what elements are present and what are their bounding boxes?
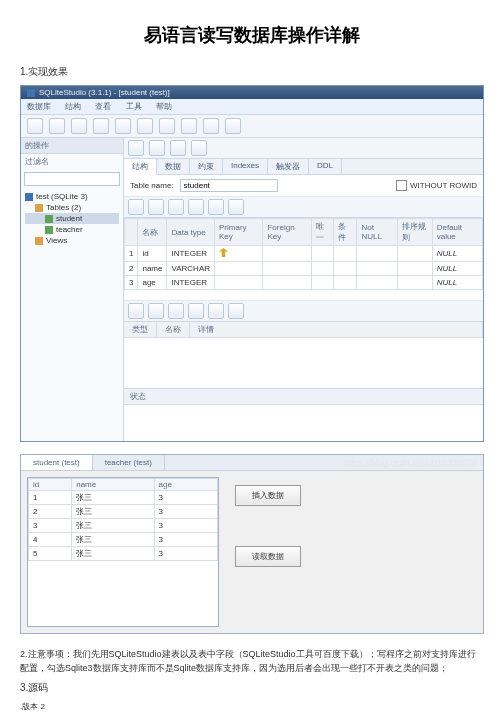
toolbar-button[interactable] <box>188 199 204 215</box>
primary-key-icon <box>219 248 228 257</box>
side-header: 的操作 <box>21 138 123 154</box>
toolbar-button[interactable] <box>148 199 164 215</box>
data-row[interactable]: 3张三3 <box>29 519 218 533</box>
sqlitestudio-window: SQLiteStudio (3.1.1) - [student (test)] … <box>20 85 484 442</box>
toolbar-button[interactable] <box>93 118 109 134</box>
tab-indexes[interactable]: Indexes <box>223 159 268 174</box>
database-icon <box>25 193 33 201</box>
toolbar-button[interactable] <box>128 140 144 156</box>
data-header: id name age <box>29 479 218 491</box>
watermark: https://blog.csdn.net/u010378579 <box>344 458 477 468</box>
tree-table-teacher[interactable]: teacher <box>25 224 119 235</box>
menubar[interactable]: 数据库 结构 查看 工具 帮助 <box>21 99 483 115</box>
tab-ddl[interactable]: DDL <box>309 159 342 174</box>
constraints-toolbar <box>124 300 483 322</box>
section-2-text: 2.注意事项：我们先用SQLiteStudio建表以及表中字段（SQLiteSt… <box>20 648 484 675</box>
app-icon <box>27 89 35 97</box>
toolbar-button[interactable] <box>27 118 43 134</box>
menu-view[interactable]: 查看 <box>95 102 111 111</box>
data-row[interactable]: 5张三3 <box>29 547 218 561</box>
toolbar-button[interactable] <box>149 140 165 156</box>
menu-database[interactable]: 数据库 <box>27 102 51 111</box>
toolbar-button[interactable] <box>188 303 204 319</box>
filter-label: 过滤名 <box>21 154 123 169</box>
toolbar-button[interactable] <box>137 118 153 134</box>
page-title: 易语言读写数据库操作详解 <box>20 23 484 47</box>
titlebar: SQLiteStudio (3.1.1) - [student (test)] <box>21 86 483 99</box>
result-tab-teacher[interactable]: teacher (test) <box>93 455 165 470</box>
col-hdr-fk: Foreign Key <box>263 219 311 246</box>
columns-header-row: 名称 Data type Primary Key Foreign Key 唯一 … <box>125 219 483 246</box>
toolbar-button[interactable] <box>191 140 207 156</box>
col-hdr-pk: Primary Key <box>215 219 263 246</box>
columns-toolbar <box>124 196 483 218</box>
data-row[interactable]: 4张三3 <box>29 533 218 547</box>
menu-structure[interactable]: 结构 <box>65 102 81 111</box>
toolbar-button[interactable] <box>170 140 186 156</box>
column-row[interactable]: 1 id INTEGER NULL <box>125 246 483 262</box>
column-row[interactable]: 3 age INTEGER NULL <box>125 276 483 290</box>
table-icon <box>45 215 53 223</box>
tablename-label: Table name: <box>130 181 174 190</box>
tab-data[interactable]: 数据 <box>157 159 190 174</box>
data-grid: id name age 1张三3 2张三3 3张三3 4张三3 5张三3 <box>27 477 219 627</box>
col-hdr-check: 条件 <box>334 219 357 246</box>
side-panel: 的操作 过滤名 test (SQLite 3) Tables (2) stude… <box>21 138 124 441</box>
toolbar-button[interactable] <box>71 118 87 134</box>
main-toolbar <box>21 115 483 138</box>
table-name-row: Table name: WITHOUT ROWID <box>124 175 483 196</box>
tablename-input[interactable] <box>180 179 278 192</box>
tab-structure[interactable]: 结构 <box>124 159 157 175</box>
toolbar-button[interactable] <box>168 303 184 319</box>
folder-icon <box>35 204 43 212</box>
code-line: .版本 2 <box>20 701 484 712</box>
result-tab-student[interactable]: student (test) <box>21 455 93 470</box>
toolbar-button[interactable] <box>168 199 184 215</box>
tree-views[interactable]: Views <box>25 235 119 246</box>
toolbar-button[interactable] <box>181 118 197 134</box>
status-area <box>124 404 483 441</box>
constraints-empty-area <box>124 338 483 388</box>
tree-table-student[interactable]: student <box>25 213 119 224</box>
data-row[interactable]: 1张三3 <box>29 491 218 505</box>
read-button[interactable]: 读取数据 <box>235 546 301 567</box>
without-rowid-checkbox[interactable] <box>396 180 407 191</box>
toolbar-button[interactable] <box>128 199 144 215</box>
toolbar-button[interactable] <box>203 118 219 134</box>
window-title: SQLiteStudio (3.1.1) - [student (test)] <box>39 88 170 97</box>
toolbar-button[interactable] <box>225 118 241 134</box>
toolbar-button[interactable] <box>228 303 244 319</box>
toolbar-button[interactable] <box>159 118 175 134</box>
toolbar-button[interactable] <box>208 303 224 319</box>
editor-tabs: 结构 数据 约束 Indexes 触发器 DDL <box>124 159 483 175</box>
toolbar-button[interactable] <box>148 303 164 319</box>
tree-db[interactable]: test (SQLite 3) <box>25 191 119 202</box>
without-rowid-label: WITHOUT ROWID <box>410 181 477 190</box>
toolbar-button[interactable] <box>228 199 244 215</box>
columns-table: 名称 Data type Primary Key Foreign Key 唯一 … <box>124 218 483 290</box>
folder-icon <box>35 237 43 245</box>
data-row[interactable]: 2张三3 <box>29 505 218 519</box>
tab-constraints[interactable]: 约束 <box>190 159 223 174</box>
toolbar-button[interactable] <box>115 118 131 134</box>
filter-input[interactable] <box>24 172 120 186</box>
menu-help[interactable]: 帮助 <box>156 102 172 111</box>
constraints-header: 类型 名称 详情 <box>124 322 483 338</box>
elang-window: https://blog.csdn.net/u010378579 student… <box>20 454 484 634</box>
toolbar-button[interactable] <box>49 118 65 134</box>
col-hdr-name: 名称 <box>138 219 167 246</box>
editor-toolbar <box>124 138 483 159</box>
tab-triggers[interactable]: 触发器 <box>268 159 309 174</box>
column-row[interactable]: 2 name VARCHAR NULL <box>125 262 483 276</box>
toolbar-button[interactable] <box>208 199 224 215</box>
db-tree: test (SQLite 3) Tables (2) student teach… <box>21 189 123 248</box>
tree-tables[interactable]: Tables (2) <box>25 202 119 213</box>
toolbar-button[interactable] <box>128 303 144 319</box>
col-hdr-type: Data type <box>167 219 215 246</box>
insert-button[interactable]: 插入数据 <box>235 485 301 506</box>
col-hdr <box>125 219 138 246</box>
section-3-label: 3.源码 <box>20 681 484 695</box>
col-hdr-notnull: Not NULL <box>357 219 397 246</box>
status-label: 状态 <box>124 388 483 404</box>
menu-tools[interactable]: 工具 <box>126 102 142 111</box>
